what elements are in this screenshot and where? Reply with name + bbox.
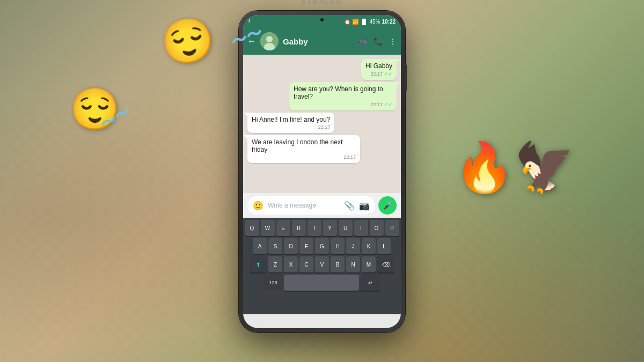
- read-receipt-icon: ✓✓: [384, 101, 392, 107]
- message-sent-2: How are you? When is going to travel? 22…: [289, 82, 397, 110]
- phoenix-decoration: 🔥🦅: [454, 139, 574, 196]
- brand-label: SAMSUNG: [302, 0, 343, 5]
- phone-device: SAMSUNG f ⏰ 📶 ▐▌ 45% 10:22 ←: [239, 11, 405, 333]
- side-button: [405, 64, 407, 91]
- message-text: Hi Gabby: [365, 62, 392, 70]
- message-time: 22:17: [252, 124, 330, 130]
- message-text: Hi Anne!! I'm fine! and you?: [252, 116, 330, 123]
- phone-screen: f ⏰ 📶 ▐▌ 45% 10:22 ←: [243, 15, 401, 328]
- phone-outer-shell: SAMSUNG f ⏰ 📶 ▐▌ 45% 10:22 ←: [239, 11, 405, 333]
- message-recv-1: Hi Anne!! I'm fine! and you? 22:17: [247, 113, 334, 133]
- message-time: 22:17: [252, 154, 356, 160]
- message-recv-2: We are leaving London the next friday 22…: [247, 135, 360, 163]
- front-camera: [320, 18, 324, 21]
- message-text: We are leaving London the next friday: [252, 138, 356, 153]
- emoji-top: 😌: [157, 12, 219, 71]
- read-receipt-icon: ✓✓: [384, 71, 392, 77]
- message-sent-1: Hi Gabby 22:17 ✓✓: [361, 59, 397, 80]
- chat-messages: Hi Gabby 22:17 ✓✓ How are you? When is g…: [243, 55, 401, 193]
- message-text: How are you? When is going to travel?: [294, 85, 392, 100]
- message-time: 22:17 ✓✓: [365, 71, 392, 77]
- message-time: 22:17 ✓✓: [294, 101, 392, 107]
